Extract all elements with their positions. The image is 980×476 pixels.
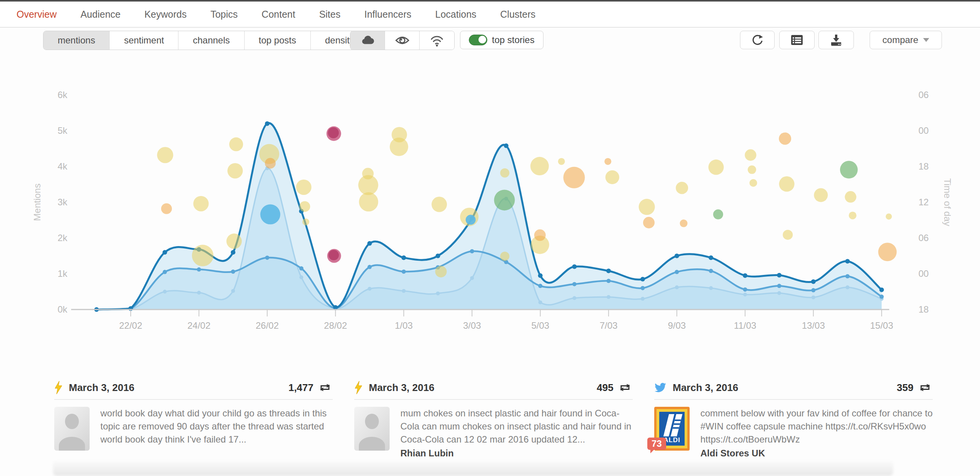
story-bubble[interactable] [845, 191, 856, 203]
y-left-tick-label: 3k [58, 197, 68, 207]
story-bubble[interactable] [265, 158, 276, 169]
divider [54, 399, 333, 400]
story-date: March 3, 2016 [673, 382, 738, 394]
story-bubble[interactable] [563, 167, 585, 188]
story-bubble[interactable] [227, 163, 243, 178]
top-story-card[interactable]: March 3, 2016 359 ALDI 73 comment below … [654, 380, 933, 469]
story-bubble[interactable] [750, 179, 757, 187]
retweet-count: 1,477 [288, 382, 313, 394]
nav-item-keywords[interactable]: Keywords [132, 9, 198, 20]
y-left-tick-label: 4k [58, 161, 68, 171]
top-story-card[interactable]: March 3, 2016 1,477 world book day what … [54, 380, 333, 469]
story-bubble[interactable] [359, 192, 378, 211]
story-bubble[interactable] [604, 158, 611, 165]
story-bubble[interactable] [260, 205, 280, 225]
toggle-on-icon[interactable] [469, 35, 487, 45]
story-bubble[interactable] [390, 138, 408, 156]
compare-button[interactable]: compare [870, 31, 942, 49]
story-bubble-core [328, 127, 339, 138]
nav-item-influencers[interactable]: Influencers [352, 9, 423, 20]
story-bubble[interactable] [157, 147, 173, 163]
story-bubble[interactable] [466, 215, 476, 225]
x-tick-label: 5/03 [531, 320, 549, 331]
story-bubble[interactable] [680, 220, 688, 227]
story-bubble[interactable] [534, 230, 546, 241]
nav-item-sites[interactable]: Sites [307, 9, 353, 20]
story-bubble[interactable] [299, 201, 310, 212]
nav-item-topics[interactable]: Topics [198, 9, 250, 20]
retweet-icon [317, 382, 333, 393]
twitter-icon [654, 382, 667, 393]
y-right-tick-label: 00 [918, 268, 929, 279]
story-bubble[interactable] [358, 175, 378, 195]
y-left-tick-label: 1k [58, 268, 68, 279]
nav-item-locations[interactable]: Locations [423, 9, 488, 20]
story-bubble[interactable] [676, 182, 688, 194]
bolt-icon [54, 381, 63, 394]
story-bubble[interactable] [302, 218, 309, 225]
story-bubble[interactable] [605, 170, 619, 184]
table-view-button[interactable] [779, 31, 815, 49]
chart-toolbar: mentionssentimentchannelstop postsdensit… [0, 28, 980, 53]
story-bubble[interactable] [192, 245, 213, 266]
story-bubble[interactable] [886, 213, 892, 220]
cloud-mode-button[interactable] [350, 31, 385, 50]
story-bubble[interactable] [783, 230, 793, 240]
story-bubble[interactable] [432, 197, 447, 212]
bolt-icon [354, 381, 363, 394]
story-bubble[interactable] [494, 190, 515, 210]
story-bubble[interactable] [840, 161, 858, 178]
story-bubble[interactable] [161, 203, 172, 214]
main-nav: OverviewAudienceKeywordsTopicsContentSit… [0, 2, 980, 28]
story-bubble[interactable] [849, 211, 857, 219]
tab-top-posts[interactable]: top posts [245, 31, 311, 50]
nav-item-content[interactable]: Content [250, 9, 307, 20]
y-left-tick-label: 0k [58, 304, 68, 315]
retweet-icon [617, 382, 633, 393]
story-bubble[interactable] [500, 168, 509, 178]
x-tick-label: 7/03 [600, 320, 618, 331]
avatar [54, 407, 90, 451]
story-bubble[interactable] [708, 160, 724, 175]
story-bubble[interactable] [500, 251, 509, 261]
x-tick-label: 15/03 [870, 320, 893, 331]
story-bubble[interactable] [558, 158, 565, 165]
story-bubble[interactable] [530, 157, 549, 175]
nav-item-clusters[interactable]: Clusters [488, 9, 548, 20]
story-bubble[interactable] [435, 266, 447, 277]
nav-item-overview[interactable]: Overview [5, 9, 68, 20]
story-bubble[interactable] [745, 149, 756, 161]
story-bubble[interactable] [748, 165, 756, 174]
tab-mentions[interactable]: mentions [43, 31, 110, 50]
x-tick-label: 3/03 [463, 320, 481, 331]
top-stories-toggle-button[interactable]: top stories [460, 31, 543, 49]
refresh-button[interactable] [740, 31, 775, 49]
y-right-tick-label: 18 [918, 161, 929, 171]
top-story-card[interactable]: March 3, 2016 495 mum chokes on insect p… [354, 380, 633, 469]
story-bubble[interactable] [779, 176, 795, 192]
compare-label: compare [882, 35, 918, 45]
x-tick-label: 11/03 [734, 320, 756, 331]
download-button[interactable] [818, 31, 854, 49]
tab-channels[interactable]: channels [178, 31, 244, 50]
mentions-timeline-chart[interactable]: 22/0224/0226/0228/021/033/035/037/039/03… [0, 58, 980, 342]
story-bubble[interactable] [878, 243, 897, 261]
wifi-icon [430, 34, 444, 47]
story-bubble[interactable] [713, 210, 723, 220]
wifi-mode-button[interactable] [420, 31, 454, 50]
aldi-logo-avatar: ALDI 73 [654, 407, 690, 451]
eye-mode-button[interactable] [385, 31, 420, 50]
story-bubble[interactable] [814, 188, 828, 202]
story-bubble[interactable] [779, 132, 791, 145]
caret-down-icon [923, 38, 929, 42]
story-bubble[interactable] [643, 217, 655, 228]
story-bubble[interactable] [193, 196, 209, 211]
eye-icon [395, 35, 410, 46]
story-bubble[interactable] [639, 199, 655, 215]
nav-item-audience[interactable]: Audience [68, 9, 132, 20]
divider [654, 399, 933, 400]
story-bubble[interactable] [227, 233, 242, 249]
tab-sentiment[interactable]: sentiment [110, 31, 178, 50]
story-bubble[interactable] [229, 137, 243, 151]
story-bubble[interactable] [296, 180, 312, 195]
